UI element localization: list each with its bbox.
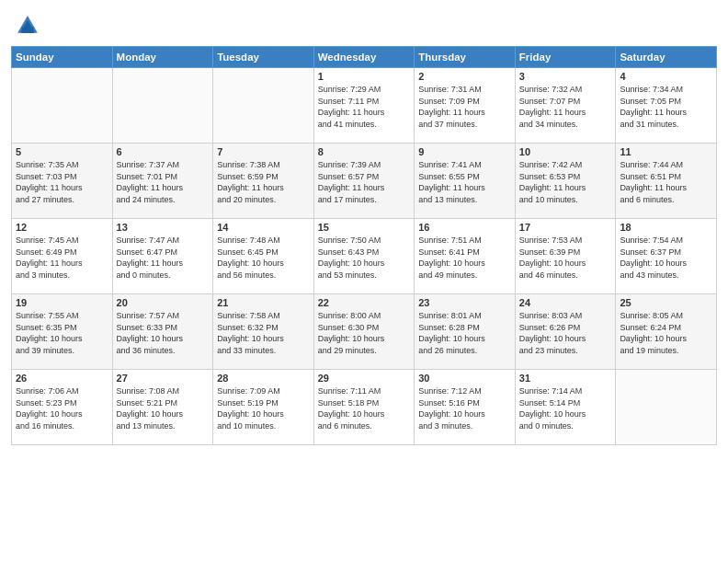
day-number: 9 xyxy=(418,146,511,157)
header-saturday: Saturday xyxy=(616,47,717,68)
day-info: Sunrise: 7:58 AM Sunset: 6:32 PM Dayligh… xyxy=(217,310,310,356)
day-cell: 30Sunrise: 7:12 AM Sunset: 5:16 PM Dayli… xyxy=(415,370,516,445)
day-info: Sunrise: 8:05 AM Sunset: 6:24 PM Dayligh… xyxy=(620,310,712,356)
day-number: 12 xyxy=(16,222,108,233)
day-number: 25 xyxy=(620,297,712,308)
day-info: Sunrise: 7:09 AM Sunset: 5:19 PM Dayligh… xyxy=(217,385,310,431)
day-cell: 8Sunrise: 7:39 AM Sunset: 6:57 PM Daylig… xyxy=(313,144,415,219)
header-friday: Friday xyxy=(515,47,616,68)
logo-icon xyxy=(15,13,40,39)
day-number: 29 xyxy=(318,373,411,384)
day-number: 8 xyxy=(318,146,411,157)
day-cell: 16Sunrise: 7:51 AM Sunset: 6:41 PM Dayli… xyxy=(415,219,516,294)
day-number: 15 xyxy=(318,222,411,233)
day-cell: 19Sunrise: 7:55 AM Sunset: 6:35 PM Dayli… xyxy=(12,294,113,370)
day-number: 4 xyxy=(620,71,712,82)
day-cell: 26Sunrise: 7:06 AM Sunset: 5:23 PM Dayli… xyxy=(12,370,113,445)
day-cell: 13Sunrise: 7:47 AM Sunset: 6:47 PM Dayli… xyxy=(112,219,213,294)
day-cell: 24Sunrise: 8:03 AM Sunset: 6:26 PM Dayli… xyxy=(515,294,616,370)
day-number: 17 xyxy=(519,222,612,233)
day-cell: 2Sunrise: 7:31 AM Sunset: 7:09 PM Daylig… xyxy=(415,68,516,144)
day-info: Sunrise: 7:34 AM Sunset: 7:05 PM Dayligh… xyxy=(620,84,712,130)
day-info: Sunrise: 7:57 AM Sunset: 6:33 PM Dayligh… xyxy=(117,310,210,356)
day-info: Sunrise: 8:00 AM Sunset: 6:30 PM Dayligh… xyxy=(318,310,411,356)
day-info: Sunrise: 7:54 AM Sunset: 6:37 PM Dayligh… xyxy=(620,235,712,281)
day-cell: 6Sunrise: 7:37 AM Sunset: 7:01 PM Daylig… xyxy=(112,144,213,219)
day-number: 16 xyxy=(418,222,511,233)
day-cell: 27Sunrise: 7:08 AM Sunset: 5:21 PM Dayli… xyxy=(112,370,213,445)
day-number: 18 xyxy=(620,222,712,233)
svg-rect-2 xyxy=(22,28,33,33)
week-row-1: 5Sunrise: 7:35 AM Sunset: 7:03 PM Daylig… xyxy=(12,144,717,219)
header-sunday: Sunday xyxy=(12,47,113,68)
day-cell: 10Sunrise: 7:42 AM Sunset: 6:53 PM Dayli… xyxy=(515,144,616,219)
header xyxy=(0,0,728,46)
day-cell: 3Sunrise: 7:32 AM Sunset: 7:07 PM Daylig… xyxy=(515,68,616,144)
day-cell: 1Sunrise: 7:29 AM Sunset: 7:11 PM Daylig… xyxy=(313,68,415,144)
week-row-0: 1Sunrise: 7:29 AM Sunset: 7:11 PM Daylig… xyxy=(12,68,717,144)
day-cell: 12Sunrise: 7:45 AM Sunset: 6:49 PM Dayli… xyxy=(12,219,113,294)
day-cell xyxy=(12,68,113,144)
day-cell: 31Sunrise: 7:14 AM Sunset: 5:14 PM Dayli… xyxy=(515,370,616,445)
calendar-body: 1Sunrise: 7:29 AM Sunset: 7:11 PM Daylig… xyxy=(12,68,717,445)
day-number: 21 xyxy=(217,297,310,308)
day-info: Sunrise: 7:14 AM Sunset: 5:14 PM Dayligh… xyxy=(519,385,612,431)
day-info: Sunrise: 7:31 AM Sunset: 7:09 PM Dayligh… xyxy=(418,84,511,130)
day-info: Sunrise: 7:38 AM Sunset: 6:59 PM Dayligh… xyxy=(217,159,310,205)
day-info: Sunrise: 7:48 AM Sunset: 6:45 PM Dayligh… xyxy=(217,235,310,281)
day-info: Sunrise: 7:45 AM Sunset: 6:49 PM Dayligh… xyxy=(16,235,108,281)
day-number: 30 xyxy=(418,373,511,384)
page: SundayMondayTuesdayWednesdayThursdayFrid… xyxy=(0,0,728,563)
header-tuesday: Tuesday xyxy=(213,47,314,68)
day-info: Sunrise: 7:53 AM Sunset: 6:39 PM Dayligh… xyxy=(519,235,612,281)
day-number: 1 xyxy=(318,71,411,82)
day-cell xyxy=(213,68,314,144)
day-cell: 7Sunrise: 7:38 AM Sunset: 6:59 PM Daylig… xyxy=(213,144,314,219)
header-monday: Monday xyxy=(112,47,213,68)
day-cell: 5Sunrise: 7:35 AM Sunset: 7:03 PM Daylig… xyxy=(12,144,113,219)
day-cell: 9Sunrise: 7:41 AM Sunset: 6:55 PM Daylig… xyxy=(415,144,516,219)
day-cell: 17Sunrise: 7:53 AM Sunset: 6:39 PM Dayli… xyxy=(515,219,616,294)
day-info: Sunrise: 7:32 AM Sunset: 7:07 PM Dayligh… xyxy=(519,84,612,130)
day-number: 6 xyxy=(117,146,210,157)
day-info: Sunrise: 7:42 AM Sunset: 6:53 PM Dayligh… xyxy=(519,159,612,205)
day-info: Sunrise: 7:47 AM Sunset: 6:47 PM Dayligh… xyxy=(117,235,210,281)
day-info: Sunrise: 7:44 AM Sunset: 6:51 PM Dayligh… xyxy=(620,159,712,205)
calendar-header: SundayMondayTuesdayWednesdayThursdayFrid… xyxy=(12,47,717,68)
day-cell: 11Sunrise: 7:44 AM Sunset: 6:51 PM Dayli… xyxy=(616,144,717,219)
day-cell xyxy=(112,68,213,144)
day-info: Sunrise: 7:37 AM Sunset: 7:01 PM Dayligh… xyxy=(117,159,210,205)
day-number: 13 xyxy=(117,222,210,233)
day-info: Sunrise: 8:03 AM Sunset: 6:26 PM Dayligh… xyxy=(519,310,612,356)
day-info: Sunrise: 7:35 AM Sunset: 7:03 PM Dayligh… xyxy=(16,159,108,205)
week-row-4: 26Sunrise: 7:06 AM Sunset: 5:23 PM Dayli… xyxy=(12,370,717,445)
day-info: Sunrise: 7:06 AM Sunset: 5:23 PM Dayligh… xyxy=(16,385,108,431)
calendar-table: SundayMondayTuesdayWednesdayThursdayFrid… xyxy=(11,46,717,445)
header-wednesday: Wednesday xyxy=(313,47,415,68)
day-number: 7 xyxy=(217,146,310,157)
day-info: Sunrise: 7:08 AM Sunset: 5:21 PM Dayligh… xyxy=(117,385,210,431)
day-number: 31 xyxy=(519,373,612,384)
day-info: Sunrise: 7:29 AM Sunset: 7:11 PM Dayligh… xyxy=(318,84,411,130)
day-cell: 15Sunrise: 7:50 AM Sunset: 6:43 PM Dayli… xyxy=(313,219,415,294)
day-cell: 25Sunrise: 8:05 AM Sunset: 6:24 PM Dayli… xyxy=(616,294,717,370)
day-cell: 23Sunrise: 8:01 AM Sunset: 6:28 PM Dayli… xyxy=(415,294,516,370)
day-cell: 28Sunrise: 7:09 AM Sunset: 5:19 PM Dayli… xyxy=(213,370,314,445)
logo xyxy=(15,13,44,39)
week-row-3: 19Sunrise: 7:55 AM Sunset: 6:35 PM Dayli… xyxy=(12,294,717,370)
day-number: 20 xyxy=(117,297,210,308)
day-info: Sunrise: 7:55 AM Sunset: 6:35 PM Dayligh… xyxy=(16,310,108,356)
day-number: 27 xyxy=(117,373,210,384)
day-info: Sunrise: 8:01 AM Sunset: 6:28 PM Dayligh… xyxy=(418,310,511,356)
day-cell: 29Sunrise: 7:11 AM Sunset: 5:18 PM Dayli… xyxy=(313,370,415,445)
day-cell: 22Sunrise: 8:00 AM Sunset: 6:30 PM Dayli… xyxy=(313,294,415,370)
day-number: 22 xyxy=(318,297,411,308)
day-cell: 20Sunrise: 7:57 AM Sunset: 6:33 PM Dayli… xyxy=(112,294,213,370)
header-thursday: Thursday xyxy=(415,47,516,68)
week-row-2: 12Sunrise: 7:45 AM Sunset: 6:49 PM Dayli… xyxy=(12,219,717,294)
day-number: 28 xyxy=(217,373,310,384)
day-info: Sunrise: 7:51 AM Sunset: 6:41 PM Dayligh… xyxy=(418,235,511,281)
day-number: 19 xyxy=(16,297,108,308)
calendar: SundayMondayTuesdayWednesdayThursdayFrid… xyxy=(0,46,728,563)
day-number: 2 xyxy=(418,71,511,82)
